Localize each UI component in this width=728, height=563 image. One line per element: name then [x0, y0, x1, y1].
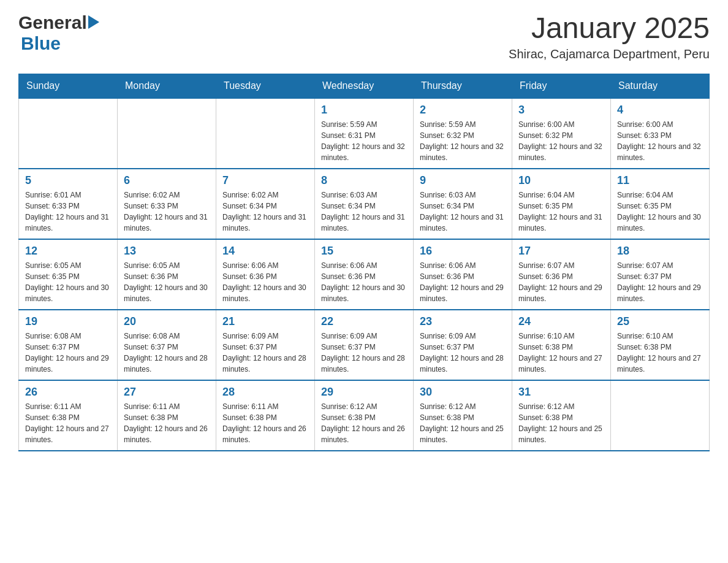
day-cell: 7Sunrise: 6:02 AMSunset: 6:34 PMDaylight…: [216, 169, 315, 239]
day-info: Sunrise: 6:04 AMSunset: 6:35 PMDaylight:…: [617, 190, 703, 234]
day-number: 8: [321, 174, 407, 187]
day-cell: 15Sunrise: 6:06 AMSunset: 6:36 PMDayligh…: [315, 239, 414, 310]
day-cell: 31Sunrise: 6:12 AMSunset: 6:38 PMDayligh…: [512, 380, 611, 451]
week-row-4: 19Sunrise: 6:08 AMSunset: 6:37 PMDayligh…: [19, 310, 710, 380]
header-cell-tuesday: Tuesday: [216, 74, 315, 98]
day-cell: 13Sunrise: 6:05 AMSunset: 6:36 PMDayligh…: [118, 239, 216, 310]
day-number: 4: [617, 104, 703, 117]
day-cell: 12Sunrise: 6:05 AMSunset: 6:35 PMDayligh…: [19, 239, 118, 310]
day-cell: 23Sunrise: 6:09 AMSunset: 6:37 PMDayligh…: [414, 310, 512, 380]
day-info: Sunrise: 6:09 AMSunset: 6:37 PMDaylight:…: [222, 331, 308, 375]
day-info: Sunrise: 6:00 AMSunset: 6:33 PMDaylight:…: [617, 119, 703, 163]
calendar-header: SundayMondayTuesdayWednesdayThursdayFrid…: [19, 74, 710, 98]
day-cell: 14Sunrise: 6:06 AMSunset: 6:36 PMDayligh…: [216, 239, 315, 310]
week-row-1: 1Sunrise: 5:59 AMSunset: 6:31 PMDaylight…: [19, 98, 710, 169]
day-number: 27: [124, 386, 210, 399]
logo-triangle-icon: [88, 15, 99, 29]
day-cell: 28Sunrise: 6:11 AMSunset: 6:38 PMDayligh…: [216, 380, 315, 451]
day-number: 13: [124, 245, 210, 258]
day-cell: 24Sunrise: 6:10 AMSunset: 6:38 PMDayligh…: [512, 310, 611, 380]
day-cell: 11Sunrise: 6:04 AMSunset: 6:35 PMDayligh…: [611, 169, 710, 239]
day-number: 14: [222, 245, 308, 258]
week-row-5: 26Sunrise: 6:11 AMSunset: 6:38 PMDayligh…: [19, 380, 710, 451]
day-number: 25: [617, 315, 703, 328]
day-info: Sunrise: 6:12 AMSunset: 6:38 PMDaylight:…: [420, 401, 506, 445]
day-cell: 8Sunrise: 6:03 AMSunset: 6:34 PMDaylight…: [315, 169, 414, 239]
day-cell: 22Sunrise: 6:09 AMSunset: 6:37 PMDayligh…: [315, 310, 414, 380]
day-number: 20: [124, 315, 210, 328]
day-number: 5: [25, 174, 111, 187]
day-info: Sunrise: 6:03 AMSunset: 6:34 PMDaylight:…: [321, 190, 407, 234]
day-number: 9: [420, 174, 506, 187]
day-info: Sunrise: 6:11 AMSunset: 6:38 PMDaylight:…: [124, 401, 210, 445]
header-cell-saturday: Saturday: [611, 74, 710, 98]
week-row-2: 5Sunrise: 6:01 AMSunset: 6:33 PMDaylight…: [19, 169, 710, 239]
header-cell-wednesday: Wednesday: [315, 74, 414, 98]
day-cell: 26Sunrise: 6:11 AMSunset: 6:38 PMDayligh…: [19, 380, 118, 451]
day-number: 24: [518, 315, 604, 328]
day-cell: 20Sunrise: 6:08 AMSunset: 6:37 PMDayligh…: [118, 310, 216, 380]
day-number: 30: [420, 386, 506, 399]
day-number: 6: [124, 174, 210, 187]
day-number: 19: [25, 315, 111, 328]
logo: General Blue: [18, 12, 99, 54]
day-number: 18: [617, 245, 703, 258]
day-cell: 1Sunrise: 5:59 AMSunset: 6:31 PMDaylight…: [315, 98, 414, 169]
calendar-table: SundayMondayTuesdayWednesdayThursdayFrid…: [18, 74, 710, 451]
day-number: 15: [321, 245, 407, 258]
header-cell-thursday: Thursday: [414, 74, 512, 98]
day-cell: 29Sunrise: 6:12 AMSunset: 6:38 PMDayligh…: [315, 380, 414, 451]
day-number: 23: [420, 315, 506, 328]
day-number: 11: [617, 174, 703, 187]
day-cell: 21Sunrise: 6:09 AMSunset: 6:37 PMDayligh…: [216, 310, 315, 380]
day-cell: 19Sunrise: 6:08 AMSunset: 6:37 PMDayligh…: [19, 310, 118, 380]
day-info: Sunrise: 6:11 AMSunset: 6:38 PMDaylight:…: [222, 401, 308, 445]
day-info: Sunrise: 6:07 AMSunset: 6:36 PMDaylight:…: [518, 260, 604, 304]
day-info: Sunrise: 6:05 AMSunset: 6:35 PMDaylight:…: [25, 260, 111, 304]
day-cell: [611, 380, 710, 451]
day-info: Sunrise: 6:10 AMSunset: 6:38 PMDaylight:…: [617, 331, 703, 375]
day-number: 2: [420, 104, 506, 117]
day-cell: 18Sunrise: 6:07 AMSunset: 6:37 PMDayligh…: [611, 239, 710, 310]
day-info: Sunrise: 6:12 AMSunset: 6:38 PMDaylight:…: [518, 401, 604, 445]
day-info: Sunrise: 6:11 AMSunset: 6:38 PMDaylight:…: [25, 401, 111, 445]
logo-general: General: [18, 12, 87, 33]
day-number: 3: [518, 104, 604, 117]
location-title: Shirac, Cajamarca Department, Peru: [509, 47, 710, 61]
day-number: 10: [518, 174, 604, 187]
day-number: 22: [321, 315, 407, 328]
header-cell-monday: Monday: [118, 74, 216, 98]
title-section: January 2025 Shirac, Cajamarca Departmen…: [509, 12, 710, 61]
logo-blue: Blue: [21, 33, 61, 53]
day-number: 17: [518, 245, 604, 258]
day-cell: 9Sunrise: 6:03 AMSunset: 6:34 PMDaylight…: [414, 169, 512, 239]
day-cell: [19, 98, 118, 169]
day-number: 16: [420, 245, 506, 258]
day-cell: 10Sunrise: 6:04 AMSunset: 6:35 PMDayligh…: [512, 169, 611, 239]
day-info: Sunrise: 6:08 AMSunset: 6:37 PMDaylight:…: [124, 331, 210, 375]
day-number: 1: [321, 104, 407, 117]
day-number: 12: [25, 245, 111, 258]
day-info: Sunrise: 6:00 AMSunset: 6:32 PMDaylight:…: [518, 119, 604, 163]
day-info: Sunrise: 6:02 AMSunset: 6:33 PMDaylight:…: [124, 190, 210, 234]
day-info: Sunrise: 6:03 AMSunset: 6:34 PMDaylight:…: [420, 190, 506, 234]
calendar-body: 1Sunrise: 5:59 AMSunset: 6:31 PMDaylight…: [19, 98, 710, 451]
day-info: Sunrise: 6:08 AMSunset: 6:37 PMDaylight:…: [25, 331, 111, 375]
day-cell: 27Sunrise: 6:11 AMSunset: 6:38 PMDayligh…: [118, 380, 216, 451]
day-number: 26: [25, 386, 111, 399]
day-number: 31: [518, 386, 604, 399]
day-cell: [118, 98, 216, 169]
day-number: 7: [222, 174, 308, 187]
day-cell: 30Sunrise: 6:12 AMSunset: 6:38 PMDayligh…: [414, 380, 512, 451]
day-cell: [216, 98, 315, 169]
day-info: Sunrise: 6:10 AMSunset: 6:38 PMDaylight:…: [518, 331, 604, 375]
day-cell: 4Sunrise: 6:00 AMSunset: 6:33 PMDaylight…: [611, 98, 710, 169]
day-cell: 6Sunrise: 6:02 AMSunset: 6:33 PMDaylight…: [118, 169, 216, 239]
day-info: Sunrise: 6:06 AMSunset: 6:36 PMDaylight:…: [420, 260, 506, 304]
day-cell: 25Sunrise: 6:10 AMSunset: 6:38 PMDayligh…: [611, 310, 710, 380]
day-info: Sunrise: 6:06 AMSunset: 6:36 PMDaylight:…: [222, 260, 308, 304]
day-cell: 2Sunrise: 5:59 AMSunset: 6:32 PMDaylight…: [414, 98, 512, 169]
day-cell: 5Sunrise: 6:01 AMSunset: 6:33 PMDaylight…: [19, 169, 118, 239]
day-info: Sunrise: 6:01 AMSunset: 6:33 PMDaylight:…: [25, 190, 111, 234]
day-info: Sunrise: 6:02 AMSunset: 6:34 PMDaylight:…: [222, 190, 308, 234]
